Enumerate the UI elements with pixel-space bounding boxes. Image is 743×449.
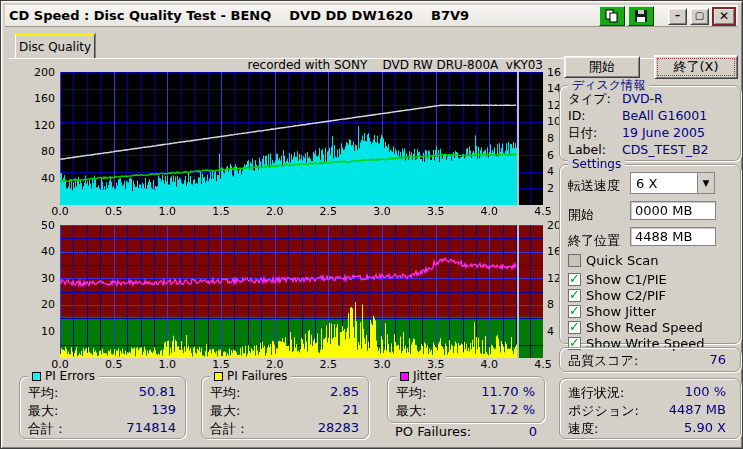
disc-info-row-label: ID: — [568, 108, 586, 123]
app-window: CD Speed : Disc Quality Test - BENQ DVD … — [0, 0, 743, 449]
checkbox-label: Quick Scan — [586, 253, 659, 268]
stop-button[interactable]: 終了(X) — [654, 55, 738, 79]
chart0-x-tick: 0.5 — [99, 206, 129, 217]
stat-row-value: 2.85 — [330, 384, 359, 399]
bottom-chart-canvas — [60, 225, 543, 358]
chart0-left-tick: 120 — [27, 120, 55, 131]
chart1-left-tick: 10 — [27, 326, 55, 337]
checkbox-box[interactable] — [568, 289, 581, 302]
stat-panel-title-text: Jitter — [413, 369, 442, 383]
checkbox-label: Show C2/PIF — [586, 288, 666, 303]
chevron-down-icon[interactable]: ▼ — [697, 173, 714, 193]
po-failures-label: PO Failures: — [395, 424, 471, 439]
end-position-label: 終了位置 — [568, 232, 620, 250]
chart0-x-tick: 1.5 — [206, 206, 236, 217]
stat-row-label: 平均: — [28, 384, 58, 402]
chart0-left-tick: 40 — [27, 173, 55, 184]
stat-row-label: 最大: — [28, 402, 58, 420]
quality-score-panel: 品質スコア: 76 — [559, 347, 741, 372]
checkbox-box[interactable] — [568, 254, 581, 267]
top-chart-canvas — [60, 72, 543, 205]
jitter-legend-icon — [400, 372, 409, 381]
end-position-field[interactable]: 4488 MB — [630, 227, 716, 246]
progress-row-label: 進行状況: — [568, 384, 624, 402]
stat-panel-title: PI Failures — [210, 369, 291, 383]
save-icon[interactable] — [628, 6, 654, 26]
progress-row-value: 5.90 X — [684, 420, 726, 435]
progress-row-label: 速度: — [568, 420, 598, 438]
disc-info-row-label: 日付: — [568, 125, 597, 142]
chart0-left-tick: 200 — [27, 67, 55, 78]
disc-info-row-label: Label: — [568, 142, 606, 157]
disc-info-row-value: 19 June 2005 — [622, 125, 705, 140]
disc-info-row-value: BeAll G16001 — [622, 108, 707, 123]
chart1-left-tick: 20 — [27, 299, 55, 310]
progress-row-label: ポジション: — [568, 402, 639, 420]
transfer-speed-value: 6 X — [631, 176, 697, 191]
checkbox-row-show-c2-pif[interactable]: Show C2/PIF — [568, 288, 666, 303]
progress-panel: 進行状況:100 %ポジション:4487 MB速度:5.90 X — [559, 378, 741, 439]
stat-panel-pi-failures: PI Failures平均:2.85最大:21合計 :28283 — [201, 376, 369, 439]
chart0-x-tick: 3.5 — [421, 206, 451, 217]
settings-group: Settings 転送速度 6 X ▼ 開始 0000 MB 終了位置 4488… — [559, 164, 741, 344]
minimize-button[interactable]: – — [668, 8, 687, 25]
floppy-icon-glyph — [634, 9, 648, 23]
copy-icon-glyph — [605, 9, 619, 23]
chart1-left-tick: 30 — [27, 273, 55, 284]
start-position-label: 開始 — [568, 206, 594, 224]
start-button[interactable]: 開始 — [564, 56, 640, 78]
stat-row-label: 平均: — [210, 384, 240, 402]
disc-info-group: ディスク情報 タイプ:DVD-RID:BeAll G16001日付:19 Jun… — [559, 85, 741, 161]
stat-row-label: 最大: — [396, 402, 426, 420]
stat-row-value: 17.2 % — [490, 402, 535, 417]
disc-info-title: ディスク情報 — [568, 78, 649, 92]
checkbox-row-show-jitter[interactable]: Show Jitter — [568, 304, 656, 319]
title-bar[interactable]: CD Speed : Disc Quality Test - BENQ DVD … — [5, 5, 738, 27]
stat-row-label: 平均: — [396, 384, 426, 402]
checkbox-label: Show Jitter — [586, 304, 656, 319]
chart0-left-tick: 160 — [27, 93, 55, 104]
stat-panel-title: PI Errors — [28, 369, 99, 383]
disc-info-row-label: タイプ: — [568, 91, 611, 108]
checkbox-label: Show C1/PIE — [586, 272, 667, 287]
chart1-x-tick: 1.0 — [152, 359, 182, 370]
maximize-button[interactable]: ▢ — [690, 8, 709, 25]
chart1-left-tick: 50 — [27, 220, 55, 231]
chart0-x-tick: 2.5 — [313, 206, 343, 217]
checkbox-box[interactable] — [568, 305, 581, 318]
checkbox-box[interactable] — [568, 321, 581, 334]
stat-row-value: 714814 — [126, 420, 176, 435]
stat-row-value: 139 — [151, 402, 176, 417]
copy-icon[interactable] — [599, 6, 625, 26]
chart0-x-tick: 1.0 — [152, 206, 182, 217]
stat-row-value: 21 — [342, 402, 359, 417]
stat-row-value: 28283 — [318, 420, 359, 435]
chart1-x-tick: 0.5 — [99, 359, 129, 370]
chart0-x-tick: 4.0 — [474, 206, 504, 217]
chart1-x-tick: 4.0 — [474, 359, 504, 370]
chart1-x-tick: 4.5 — [528, 359, 558, 370]
stat-panel-title-text: PI Failures — [227, 369, 287, 383]
checkbox-row-quick-scan[interactable]: Quick Scan — [568, 253, 659, 268]
checkbox-row-show-c1-pie[interactable]: Show C1/PIE — [568, 272, 667, 287]
tab-disc-quality[interactable]: Disc Quality — [15, 33, 95, 59]
stop-button-label: 終了(X) — [658, 59, 734, 75]
chart0-x-tick: 0.0 — [45, 206, 75, 217]
checkbox-box[interactable] — [568, 273, 581, 286]
settings-title: Settings — [568, 157, 625, 171]
stat-panel-jitter: Jitter平均:11.70 %最大:17.2 % — [387, 376, 545, 423]
transfer-speed-select[interactable]: 6 X ▼ — [630, 172, 715, 194]
progress-row-value: 4487 MB — [669, 402, 726, 417]
quality-score-label: 品質スコア: — [568, 352, 638, 370]
chart1-x-tick: 2.5 — [313, 359, 343, 370]
start-position-field[interactable]: 0000 MB — [630, 201, 716, 220]
stat-row-value: 50.81 — [139, 384, 176, 399]
chart0-left-tick: 80 — [27, 146, 55, 157]
checkbox-row-show-read-speed[interactable]: Show Read Speed — [568, 320, 703, 335]
close-button[interactable]: ✕ — [712, 7, 736, 26]
pi-failures-legend-icon — [214, 372, 223, 381]
transfer-speed-label: 転送速度 — [568, 177, 620, 195]
stat-row-label: 合計 : — [210, 420, 245, 438]
po-failures-value: 0 — [481, 424, 537, 439]
checkbox-label: Show Read Speed — [586, 320, 703, 335]
